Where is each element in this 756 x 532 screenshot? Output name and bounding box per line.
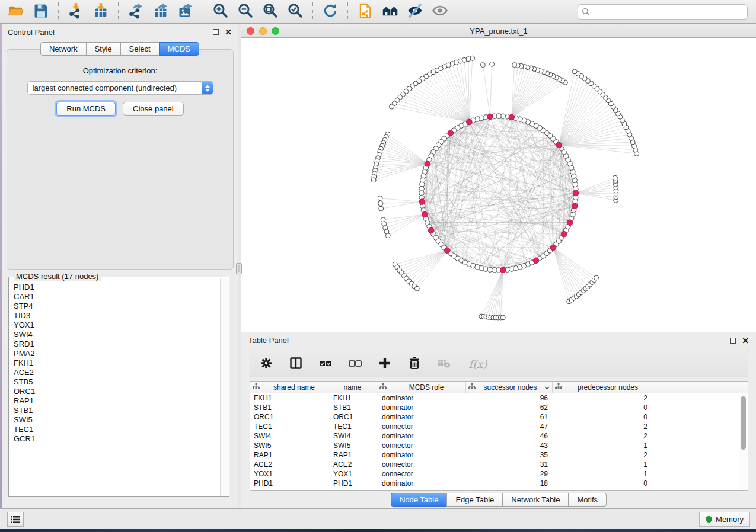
open-session-button[interactable] bbox=[5, 2, 27, 22]
scrollbar-thumb[interactable] bbox=[741, 396, 746, 450]
table-cell: 61 bbox=[466, 412, 553, 422]
mcds-result-item[interactable]: GCR1 bbox=[14, 434, 219, 444]
table-row[interactable]: TEC1TEC1connector472 bbox=[250, 422, 748, 431]
table-row[interactable]: FKH1FKH1dominator962 bbox=[250, 393, 748, 403]
table-row[interactable]: ACE2ACE2connector311 bbox=[250, 460, 748, 469]
mcds-result-item[interactable]: SWI4 bbox=[14, 330, 219, 339]
column-header-name[interactable]: name bbox=[328, 382, 377, 393]
table-cell: 62 bbox=[466, 403, 553, 412]
column-layout-icon bbox=[289, 356, 303, 372]
mcds-result-item[interactable]: SRD1 bbox=[14, 339, 219, 349]
search-field[interactable] bbox=[578, 4, 748, 20]
mcds-result-item[interactable]: ORC1 bbox=[14, 387, 219, 396]
network-overview-button[interactable] bbox=[379, 2, 401, 22]
mcds-result-item[interactable]: PMA2 bbox=[14, 349, 219, 358]
table-row[interactable]: ORC1ORC1dominator610 bbox=[250, 412, 748, 422]
column-header-shared-name[interactable]: shared name bbox=[250, 382, 328, 393]
table-row[interactable]: SWI4SWI4dominator462 bbox=[250, 431, 748, 441]
tab-style[interactable]: Style bbox=[86, 42, 121, 56]
select-all-rows-button[interactable] bbox=[318, 357, 333, 372]
column-header-MCDS-role[interactable]: MCDS role bbox=[377, 382, 466, 393]
criterion-dropdown-value: largest connected component (undirected) bbox=[28, 84, 202, 92]
control-panel-tabs: NetworkStyleSelectMCDS bbox=[2, 42, 238, 56]
tab-mcds[interactable]: MCDS bbox=[159, 42, 199, 56]
float-table-panel-icon[interactable] bbox=[730, 338, 736, 344]
zoom-selected-button[interactable] bbox=[284, 2, 307, 22]
close-panel-button[interactable]: Close panel bbox=[123, 102, 184, 116]
close-panel-icon[interactable]: ✕ bbox=[225, 29, 232, 35]
float-panel-icon[interactable] bbox=[213, 29, 219, 35]
mcds-result-item[interactable]: STB1 bbox=[14, 406, 219, 415]
table-row[interactable]: YOX1YOX1connector291 bbox=[250, 469, 748, 479]
mcds-result-item[interactable]: FKH1 bbox=[14, 358, 219, 368]
zoom-in-button[interactable] bbox=[209, 2, 232, 22]
table-panel: Table Panel ✕ f(x) shared namenameMCDS r… bbox=[241, 332, 756, 508]
application-window: Control Panel ✕ NetworkStyleSelectMCDS O… bbox=[0, 0, 756, 532]
zoom-out-button[interactable] bbox=[234, 2, 257, 22]
panel-splitter[interactable] bbox=[236, 263, 242, 274]
memory-status-icon bbox=[706, 516, 712, 523]
column-header-label: name bbox=[331, 383, 374, 392]
share-network-button[interactable] bbox=[354, 2, 377, 22]
export-network-button[interactable] bbox=[125, 2, 147, 22]
table-row[interactable]: RAP1RAP1dominator352 bbox=[250, 450, 748, 460]
tab-edge-table[interactable]: Edge Table bbox=[446, 493, 503, 507]
network-window-titlebar[interactable]: YPA_prune.txt_1 bbox=[241, 24, 756, 38]
column-header-successor-nodes[interactable]: successor nodes bbox=[466, 382, 553, 393]
hide-details-button[interactable] bbox=[404, 2, 426, 22]
tab-motifs[interactable]: Motifs bbox=[568, 493, 607, 507]
tab-node-table[interactable]: Node Table bbox=[391, 493, 448, 507]
task-history-button[interactable] bbox=[7, 512, 24, 527]
search-input[interactable] bbox=[592, 8, 744, 17]
save-session-button[interactable] bbox=[30, 2, 52, 22]
tab-select[interactable]: Select bbox=[120, 42, 160, 56]
mcds-result-item[interactable]: TID3 bbox=[14, 311, 219, 321]
mcds-result-scrollbar[interactable] bbox=[220, 278, 228, 496]
node-table-scrollbar[interactable] bbox=[739, 394, 747, 490]
mcds-result-item[interactable]: PHD1 bbox=[14, 283, 219, 292]
memory-button[interactable]: Memory bbox=[699, 512, 750, 527]
tab-network[interactable]: Network bbox=[40, 42, 87, 56]
column-layout-button[interactable] bbox=[288, 357, 304, 372]
tab-network-table[interactable]: Network Table bbox=[502, 493, 569, 507]
run-mcds-button[interactable]: Run MCDS bbox=[56, 102, 116, 116]
table-cell: 2 bbox=[553, 393, 653, 403]
table-row[interactable]: PHD1PHD1dominator180 bbox=[250, 479, 748, 488]
delete-column-button[interactable] bbox=[407, 357, 422, 372]
export-image-button[interactable] bbox=[174, 2, 197, 22]
mcds-result-item[interactable]: STP4 bbox=[14, 302, 219, 311]
mcds-result-item[interactable]: YOX1 bbox=[14, 321, 219, 330]
shared-column-icon bbox=[379, 383, 390, 392]
table-row[interactable]: SWI5SWI5connector431 bbox=[250, 441, 748, 450]
table-row[interactable]: STB1STB1dominator620 bbox=[250, 403, 748, 412]
add-column-button[interactable] bbox=[377, 357, 393, 372]
import-network-button[interactable] bbox=[65, 2, 87, 22]
import-table-button[interactable] bbox=[90, 2, 112, 22]
export-image-icon bbox=[177, 2, 194, 21]
apply-layout-button[interactable] bbox=[319, 2, 342, 22]
close-table-panel-icon[interactable]: ✕ bbox=[742, 338, 749, 344]
table-cell: 2 bbox=[553, 450, 653, 460]
toolbar-separator bbox=[312, 2, 313, 21]
apply-layout-icon bbox=[322, 2, 339, 21]
mcds-result-item[interactable]: ACE2 bbox=[14, 368, 219, 377]
network-canvas-svg[interactable] bbox=[241, 38, 756, 332]
deselect-all-rows-button[interactable] bbox=[347, 357, 363, 372]
mcds-result-item[interactable]: SWI5 bbox=[14, 415, 219, 425]
table-cell: TEC1 bbox=[328, 422, 377, 431]
column-header-predecessor-nodes[interactable]: predecessor nodes bbox=[553, 382, 653, 393]
mcds-result-item[interactable]: CAR1 bbox=[14, 292, 219, 302]
status-bar: Memory bbox=[0, 508, 756, 529]
toolbar-separator bbox=[347, 2, 348, 21]
mcds-result-list[interactable]: PHD1CAR1STP4TID3YOX1SWI4SRD1PMA2FKH1ACE2… bbox=[9, 279, 219, 496]
column-settings-button[interactable] bbox=[259, 357, 274, 372]
mcds-result-item[interactable]: RAP1 bbox=[14, 396, 219, 406]
node-table-header-row: shared namenameMCDS rolesuccessor nodesp… bbox=[250, 382, 748, 393]
mcds-result-item[interactable]: STB5 bbox=[14, 377, 219, 387]
zoom-fit-button[interactable] bbox=[259, 2, 282, 22]
mcds-result-item[interactable]: TEC1 bbox=[14, 425, 219, 434]
export-table-button[interactable] bbox=[149, 2, 172, 22]
criterion-dropdown[interactable]: largest connected component (undirected) bbox=[27, 81, 213, 95]
delete-table-icon bbox=[437, 356, 451, 372]
show-view-button[interactable] bbox=[429, 2, 451, 22]
